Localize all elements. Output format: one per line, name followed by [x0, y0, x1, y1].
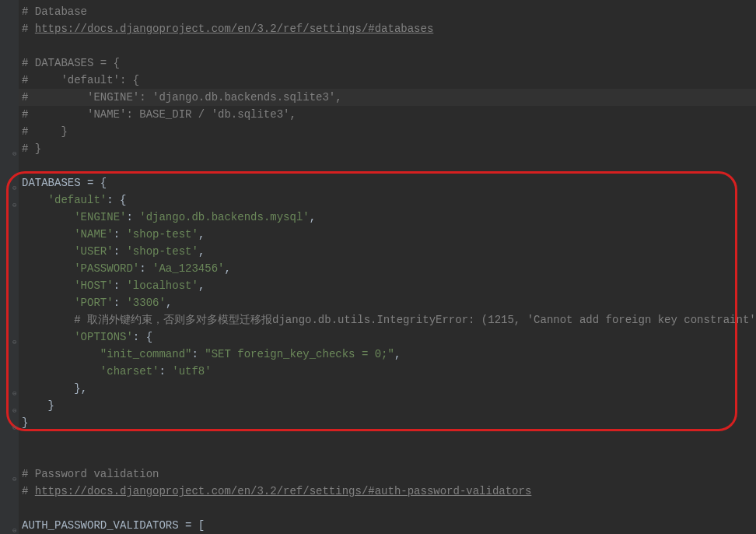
code-line[interactable]: # 'default': {	[19, 72, 756, 89]
code-line[interactable]: 'NAME': 'shop-test',	[19, 226, 756, 243]
code-token: # 'default': {	[22, 74, 139, 86]
code-token: :	[126, 211, 139, 223]
code-token: {	[100, 177, 107, 189]
code-line[interactable]: # 'NAME': BASE_DIR / 'db.sqlite3',	[19, 106, 756, 123]
code-token: 'default'	[48, 194, 107, 206]
code-token	[22, 314, 74, 326]
code-token	[22, 279, 74, 292]
code-token: # 'NAME': BASE_DIR / 'db.sqlite3',	[22, 108, 296, 121]
code-token: 'PASSWORD'	[74, 262, 139, 275]
code-token: # DATABASES = {	[22, 57, 120, 69]
code-token: # 'ENGINE': 'django.db.backends.sqlite3'…	[22, 91, 342, 104]
code-token: =	[185, 519, 198, 532]
code-line[interactable]: 'PORT': '3306',	[19, 294, 756, 311]
code-token	[22, 211, 74, 223]
code-line[interactable]: # }	[19, 140, 756, 157]
code-token	[22, 331, 74, 343]
code-line[interactable]: }	[19, 414, 756, 431]
code-line[interactable]: 'ENGINE': 'django.db.backends.mysql',	[19, 209, 756, 226]
code-token: "SET foreign_key_checks = 0;"	[205, 348, 394, 360]
code-line[interactable]: # DATABASES = {	[19, 54, 756, 72]
code-line[interactable]: }	[19, 397, 756, 414]
code-token: }	[48, 399, 54, 412]
code-token: ,	[198, 228, 205, 241]
code-token	[22, 245, 74, 258]
code-line[interactable]: "init_command": "SET foreign_key_checks …	[19, 346, 756, 363]
code-token: # Password validation	[22, 468, 159, 480]
code-token	[22, 399, 48, 412]
code-token: ,	[394, 348, 401, 360]
code-line[interactable]	[19, 500, 756, 517]
code-token: ,	[198, 279, 205, 292]
code-token: :	[114, 245, 127, 258]
code-token: # 取消外键约束，否则多对多模型迁移报django.db.utils.Integ…	[74, 314, 756, 326]
code-token: :	[191, 348, 205, 360]
code-line[interactable]: # 'ENGINE': 'django.db.backends.sqlite3'…	[19, 89, 756, 106]
code-line[interactable]: # }	[19, 123, 756, 140]
code-line[interactable]: 'HOST': 'localhost',	[19, 277, 756, 294]
code-token: {	[120, 194, 126, 206]
code-line[interactable]: # Database	[19, 3, 756, 20]
code-token: https://docs.djangoproject.com/en/3.2/re…	[35, 485, 532, 497]
code-token: :	[114, 279, 127, 292]
code-line[interactable]: AUTH_PASSWORD_VALIDATORS = [	[19, 517, 756, 534]
code-token	[22, 194, 48, 206]
code-line[interactable]: 'default': {	[19, 191, 756, 209]
code-line[interactable]	[19, 37, 756, 54]
code-line[interactable]: 'PASSWORD': 'Aa_123456',	[19, 260, 756, 277]
code-token: 'charset'	[100, 365, 159, 378]
code-token: :	[133, 331, 146, 343]
code-token: 'PORT'	[74, 297, 113, 309]
code-line[interactable]: # 取消外键约束，否则多对多模型迁移报django.db.utils.Integ…	[19, 311, 756, 328]
code-token: ,	[81, 382, 87, 395]
code-editor[interactable]: # Database# https://docs.djangoproject.c…	[19, 0, 756, 534]
code-token: # }	[22, 142, 41, 155]
code-token	[22, 382, 74, 395]
code-token: 'localhost'	[126, 279, 198, 292]
code-token	[22, 262, 74, 275]
code-line[interactable]	[19, 448, 756, 465]
code-token: 'shop-test'	[126, 245, 198, 258]
code-token: #	[22, 23, 35, 35]
code-token: :	[139, 262, 152, 275]
code-line[interactable]: 'charset': 'utf8'	[19, 363, 756, 380]
code-line[interactable]: # https://docs.djangoproject.com/en/3.2/…	[19, 483, 756, 500]
code-line[interactable]: 'OPTIONS': {	[19, 328, 756, 346]
code-token: AUTH_PASSWORD_VALIDATORS	[22, 519, 185, 532]
code-token	[22, 348, 100, 360]
code-token: ,	[198, 245, 205, 258]
code-token: ,	[310, 211, 316, 223]
code-line[interactable]: # Password validation	[19, 465, 756, 483]
code-line[interactable]: },	[19, 380, 756, 397]
code-line[interactable]	[19, 157, 756, 174]
code-token: =	[87, 177, 100, 189]
code-token: 'Aa_123456'	[152, 262, 224, 275]
code-token: 'shop-test'	[126, 228, 198, 241]
code-token: #	[22, 485, 35, 497]
code-token: :	[159, 365, 172, 378]
code-token: 'ENGINE'	[74, 211, 126, 223]
code-token	[22, 297, 74, 309]
code-token: https://docs.djangoproject.com/en/3.2/re…	[35, 23, 433, 35]
code-token: DATABASES	[22, 177, 87, 189]
code-token: 'django.db.backends.mysql'	[139, 211, 309, 223]
code-line[interactable]	[19, 431, 756, 448]
code-token: }	[22, 416, 28, 429]
code-line[interactable]: # https://docs.djangoproject.com/en/3.2/…	[19, 20, 756, 37]
code-token: 'USER'	[74, 245, 113, 258]
code-token: :	[114, 228, 127, 241]
editor-gutter[interactable]	[0, 0, 19, 534]
code-token: 'HOST'	[74, 279, 113, 292]
code-token: ,	[166, 297, 172, 309]
code-token: # Database	[22, 5, 87, 18]
code-token: :	[114, 297, 127, 309]
code-token: }	[74, 382, 80, 395]
code-line[interactable]: 'USER': 'shop-test',	[19, 243, 756, 260]
code-token: '3306'	[126, 297, 165, 309]
code-token	[22, 365, 100, 378]
code-token: {	[146, 331, 152, 343]
code-token: 'NAME'	[74, 228, 113, 241]
code-line[interactable]: DATABASES = {	[19, 174, 756, 191]
code-token	[22, 228, 74, 241]
code-token: "init_command"	[100, 348, 192, 360]
